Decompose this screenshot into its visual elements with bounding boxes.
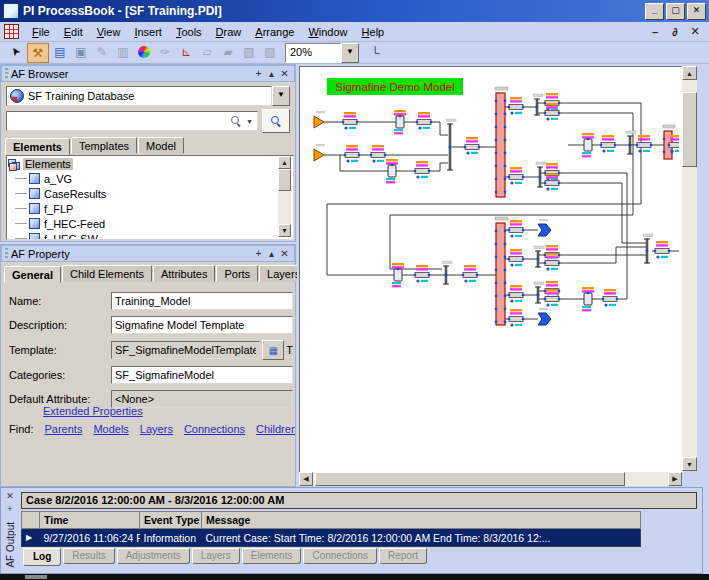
field-input-description[interactable] bbox=[111, 316, 293, 334]
tab-general[interactable]: General bbox=[4, 266, 61, 283]
tab-child-elements[interactable]: Child Elements bbox=[62, 265, 152, 282]
mdi-minimize-button[interactable]: – bbox=[645, 26, 665, 38]
meter-unit[interactable] bbox=[415, 169, 429, 174]
collapse-icon[interactable]: ▴ bbox=[265, 67, 278, 80]
connector-tool-icon[interactable]: └ bbox=[365, 44, 385, 62]
column-header-time[interactable]: Time bbox=[40, 512, 140, 529]
build-tool-icon[interactable]: ⚒ bbox=[27, 43, 49, 63]
flow-connection[interactable] bbox=[327, 103, 641, 275]
output-tab-adjustments[interactable]: Adjustments bbox=[117, 548, 190, 564]
meter-unit[interactable] bbox=[603, 297, 617, 302]
tank-unit[interactable] bbox=[584, 293, 592, 305]
menu-item-tools[interactable]: Tools bbox=[169, 24, 209, 40]
tab-elements[interactable]: Elements bbox=[5, 138, 70, 155]
tab-model[interactable]: Model bbox=[138, 137, 184, 154]
output-tab-results[interactable]: Results bbox=[63, 548, 114, 564]
meter-unit[interactable] bbox=[601, 143, 615, 148]
meter-unit[interactable] bbox=[509, 105, 523, 110]
menu-item-view[interactable]: View bbox=[90, 24, 128, 40]
column-header-event-type[interactable]: Event Type bbox=[140, 512, 202, 529]
save-icon[interactable]: ▤ bbox=[50, 43, 70, 61]
search-options-icon[interactable]: ▼ bbox=[242, 118, 257, 125]
scroll-right-icon[interactable]: ▶ bbox=[668, 472, 682, 486]
meter-unit[interactable] bbox=[509, 317, 523, 322]
tab-attributes[interactable]: Attributes bbox=[153, 265, 215, 282]
meter-unit[interactable] bbox=[371, 153, 385, 158]
search-button[interactable] bbox=[262, 109, 290, 133]
field-input-name[interactable] bbox=[111, 292, 293, 310]
close-button[interactable]: ✕ bbox=[687, 3, 706, 20]
output-tab-layers[interactable]: Layers bbox=[192, 548, 240, 564]
meter-unit[interactable] bbox=[509, 257, 523, 262]
pin-icon[interactable]: + bbox=[4, 503, 17, 516]
field-input-categories[interactable] bbox=[111, 366, 293, 384]
tree-scroll-up-icon[interactable]: ▲ bbox=[278, 156, 291, 169]
output-tab-log[interactable]: Log bbox=[23, 548, 61, 566]
meter-unit[interactable] bbox=[463, 273, 477, 278]
menu-item-draw[interactable]: Draw bbox=[209, 24, 249, 40]
database-dropdown-icon[interactable]: ▼ bbox=[272, 86, 290, 106]
meter-unit[interactable] bbox=[545, 297, 559, 302]
close-icon[interactable]: ✕ bbox=[278, 67, 291, 80]
output-tab-connections[interactable]: Connections bbox=[303, 548, 377, 564]
meter-unit[interactable] bbox=[345, 153, 359, 158]
find-link-layers[interactable]: Layers bbox=[140, 423, 173, 435]
close-icon[interactable]: ✕ bbox=[4, 490, 17, 503]
af-browser-header[interactable]: AF Browser + ▴ ✕ bbox=[1, 65, 295, 82]
drag-grip-icon[interactable] bbox=[5, 68, 8, 79]
meter-unit[interactable] bbox=[417, 120, 431, 125]
tree-item[interactable]: a_VG bbox=[7, 171, 293, 186]
meter-unit[interactable] bbox=[545, 181, 559, 186]
column-unit[interactable] bbox=[496, 93, 505, 197]
product-sink[interactable] bbox=[538, 313, 551, 325]
meter-unit[interactable] bbox=[509, 228, 523, 233]
column-unit[interactable] bbox=[496, 223, 505, 325]
diagram-vertical-scrollbar[interactable]: ▲ ▼ bbox=[682, 66, 697, 471]
find-link-models[interactable]: Models bbox=[93, 423, 128, 435]
color-wheel-icon[interactable] bbox=[134, 43, 154, 61]
product-sink[interactable] bbox=[538, 224, 551, 236]
pin-icon[interactable]: + bbox=[252, 247, 265, 260]
meter-unit[interactable] bbox=[509, 175, 523, 180]
feed-source[interactable] bbox=[314, 116, 324, 128]
close-icon[interactable]: ✕ bbox=[278, 247, 291, 260]
scroll-down-icon[interactable]: ▼ bbox=[682, 457, 697, 471]
feed-source[interactable] bbox=[314, 149, 324, 161]
menu-item-file[interactable]: File bbox=[25, 24, 57, 40]
tank-unit[interactable] bbox=[396, 116, 404, 128]
output-tab-report[interactable]: Report bbox=[379, 548, 427, 564]
scroll-left-icon[interactable]: ◀ bbox=[299, 472, 313, 486]
meter-unit[interactable] bbox=[415, 273, 429, 278]
meter-unit[interactable] bbox=[655, 249, 669, 254]
tree-root-elements[interactable]: Elements bbox=[7, 156, 293, 171]
trend-tool-icon[interactable]: ⊾ bbox=[176, 43, 196, 61]
tree-scrollbar[interactable] bbox=[278, 169, 291, 224]
meter-unit[interactable] bbox=[465, 145, 479, 150]
meter-unit[interactable] bbox=[343, 120, 357, 125]
tree-item[interactable]: f_FLP bbox=[7, 201, 293, 216]
tree-item[interactable]: f_HEC-Feed bbox=[7, 216, 293, 231]
meter-unit[interactable] bbox=[669, 143, 679, 148]
open-display-icon[interactable]: ▣ bbox=[71, 43, 91, 61]
diagram-horizontal-scrollbar[interactable]: ◀ ▶ bbox=[299, 472, 682, 486]
pin-icon[interactable]: + bbox=[252, 67, 265, 80]
tank-unit[interactable] bbox=[388, 165, 396, 177]
flow-connection[interactable] bbox=[390, 113, 633, 269]
zoom-dropdown-icon[interactable]: ▼ bbox=[341, 43, 359, 63]
menu-item-insert[interactable]: Insert bbox=[127, 24, 169, 40]
find-link-children[interactable]: Children bbox=[256, 423, 295, 435]
minimize-button[interactable]: _ bbox=[645, 3, 664, 20]
log-row[interactable]: ▶9/27/2016 11:06:24 PMInformationCurrent… bbox=[22, 529, 641, 547]
flow-connection[interactable] bbox=[541, 183, 647, 243]
tab-ports[interactable]: Ports bbox=[216, 265, 258, 282]
diagram-canvas[interactable]: Sigmafine Demo Model bbox=[299, 66, 682, 473]
tree-item[interactable]: CaseResults bbox=[7, 186, 293, 201]
meter-unit[interactable] bbox=[545, 111, 559, 116]
find-link-parents[interactable]: Parents bbox=[44, 423, 82, 435]
meter-unit[interactable] bbox=[509, 293, 523, 298]
flow-connection[interactable] bbox=[541, 173, 627, 299]
collapse-icon[interactable]: ▴ bbox=[265, 247, 278, 260]
meter-unit[interactable] bbox=[545, 261, 559, 266]
mdi-close-button[interactable]: ✕ bbox=[685, 25, 705, 38]
column-header-message[interactable]: Message bbox=[202, 512, 641, 529]
